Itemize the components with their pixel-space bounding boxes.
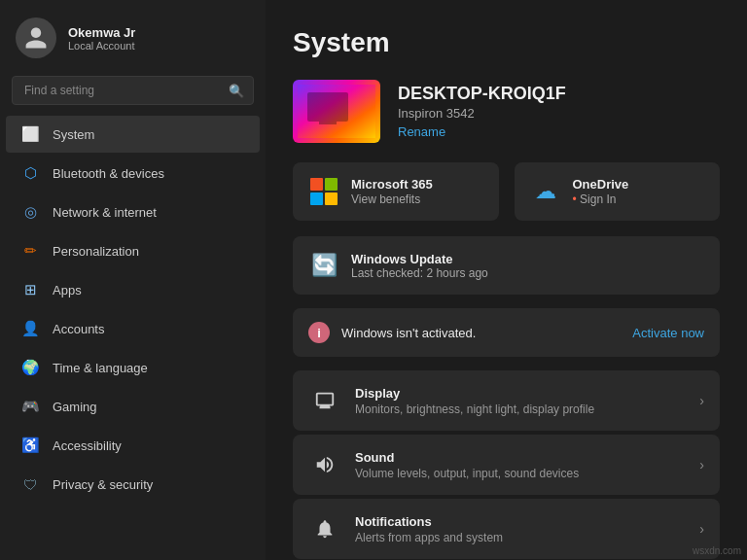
sidebar-item-bluetooth[interactable]: ⬡ Bluetooth & devices — [6, 155, 260, 192]
accounts-icon: 👤 — [21, 320, 39, 337]
display-title: Display — [355, 386, 686, 401]
sound-chevron: › — [699, 457, 704, 472]
windows-update-card[interactable]: 🔄 Windows Update Last checked: 2 hours a… — [293, 236, 720, 295]
sidebar-item-gaming[interactable]: 🎮 Gaming — [6, 388, 260, 425]
bluetooth-icon: ⬡ — [21, 164, 39, 182]
notifications-info: Notifications Alerts from apps and syste… — [355, 514, 686, 544]
display-setting[interactable]: Display Monitors, brightness, night ligh… — [293, 370, 720, 431]
user-icon — [23, 25, 49, 51]
sound-icon — [308, 448, 341, 481]
sidebar-item-apps[interactable]: ⊞ Apps — [6, 271, 260, 308]
sidebar-item-accounts[interactable]: 👤 Accounts — [6, 310, 260, 347]
device-thumbnail — [298, 85, 375, 138]
sidebar-item-personalization[interactable]: ✏ Personalization — [6, 232, 260, 269]
device-card: DESKTOP-KROIQ1F Inspiron 3542 Rename — [293, 80, 720, 143]
notifications-subtitle: Alerts from apps and system — [355, 531, 686, 544]
activation-bar: i Windows isn't activated. Activate now — [293, 308, 720, 357]
sidebar-item-label: Gaming — [53, 400, 97, 414]
display-subtitle: Monitors, brightness, night light, displ… — [355, 402, 686, 416]
display-info: Display Monitors, brightness, night ligh… — [355, 386, 686, 416]
search-box[interactable]: 🔍 — [12, 76, 254, 105]
sidebar-item-label: Bluetooth & devices — [53, 166, 164, 181]
system-icon: ⬜ — [21, 125, 39, 143]
page-title: System — [293, 27, 720, 58]
svg-rect-1 — [307, 92, 348, 122]
notifications-title: Notifications — [355, 514, 686, 529]
apps-icon: ⊞ — [21, 281, 39, 298]
microsoft365-icon — [308, 176, 339, 207]
device-rename-link[interactable]: Rename — [398, 124, 566, 139]
sidebar-item-label: Accounts — [53, 322, 104, 336]
time-icon: 🌍 — [21, 359, 39, 376]
profile-section: Okemwa Jr Local Account — [0, 0, 266, 72]
main-content: System DESKTOP-KROIQ1F Inspiron 3 — [266, 0, 747, 560]
sidebar-item-label: System — [53, 127, 94, 142]
microsoft365-details: Microsoft 365 View benefits — [351, 177, 433, 206]
sound-setting[interactable]: Sound Volume levels, output, input, soun… — [293, 435, 720, 495]
windows-update-icon: 🔄 — [308, 250, 339, 281]
update-subtitle: Last checked: 2 hours ago — [351, 266, 488, 280]
display-icon — [308, 384, 341, 417]
microsoft365-status: View benefits — [351, 192, 433, 206]
activate-now-link[interactable]: Activate now — [632, 326, 704, 340]
sidebar-item-time[interactable]: 🌍 Time & language — [6, 349, 260, 386]
svg-rect-2 — [319, 122, 337, 124]
sound-subtitle: Volume levels, output, input, sound devi… — [355, 467, 686, 480]
privacy-icon: 🛡 — [21, 475, 39, 493]
search-input[interactable] — [12, 76, 254, 105]
search-icon: 🔍 — [229, 84, 244, 98]
onedrive-status: Sign In — [573, 192, 629, 206]
microsoft365-card[interactable]: Microsoft 365 View benefits — [293, 162, 499, 221]
profile-info: Okemwa Jr Local Account — [68, 25, 135, 52]
sidebar-item-label: Privacy & security — [53, 477, 153, 492]
gaming-icon: 🎮 — [21, 398, 39, 415]
onedrive-details: OneDrive Sign In — [573, 177, 629, 206]
profile-name: Okemwa Jr — [68, 25, 135, 40]
avatar — [16, 18, 56, 58]
accessibility-icon: ♿ — [21, 437, 39, 454]
personalization-icon: ✏ — [21, 242, 39, 260]
onedrive-card[interactable]: ☁ OneDrive Sign In — [515, 162, 721, 221]
device-name: DESKTOP-KROIQ1F — [398, 84, 566, 104]
update-title: Windows Update — [351, 252, 488, 266]
device-model: Inspiron 3542 — [398, 106, 566, 121]
notifications-icon — [308, 512, 341, 545]
sidebar-item-label: Personalization — [53, 244, 139, 259]
activation-message: Windows isn't activated. — [341, 326, 621, 340]
notifications-setting[interactable]: Notifications Alerts from apps and syste… — [293, 499, 720, 559]
device-image — [293, 80, 380, 143]
onedrive-icon: ☁ — [530, 176, 561, 207]
sidebar-item-label: Accessibility — [53, 438, 122, 453]
nav-list: ⬜ System ⬡ Bluetooth & devices ◎ Network… — [0, 115, 266, 560]
microsoft365-name: Microsoft 365 — [351, 177, 433, 192]
watermark: wsxdn.com — [693, 545, 741, 556]
sidebar: Okemwa Jr Local Account 🔍 ⬜ System ⬡ Blu… — [0, 0, 266, 560]
device-info: DESKTOP-KROIQ1F Inspiron 3542 Rename — [398, 84, 566, 139]
sidebar-item-accessibility[interactable]: ♿ Accessibility — [6, 427, 260, 464]
sound-info: Sound Volume levels, output, input, soun… — [355, 450, 686, 480]
sidebar-item-label: Apps — [53, 283, 82, 298]
sidebar-item-privacy[interactable]: 🛡 Privacy & security — [6, 466, 260, 503]
sound-title: Sound — [355, 450, 686, 465]
onedrive-name: OneDrive — [573, 177, 629, 192]
sidebar-item-network[interactable]: ◎ Network & internet — [6, 193, 260, 230]
sidebar-item-system[interactable]: ⬜ System — [6, 116, 260, 153]
sidebar-item-label: Network & internet — [53, 205, 157, 220]
notifications-chevron: › — [699, 521, 704, 537]
sidebar-item-label: Time & language — [53, 361, 148, 375]
services-row: Microsoft 365 View benefits ☁ OneDrive S… — [293, 162, 720, 221]
warning-icon: i — [308, 322, 330, 343]
network-icon: ◎ — [21, 203, 39, 221]
display-chevron: › — [699, 393, 704, 408]
update-details: Windows Update Last checked: 2 hours ago — [351, 252, 488, 280]
profile-subtitle: Local Account — [68, 40, 135, 52]
